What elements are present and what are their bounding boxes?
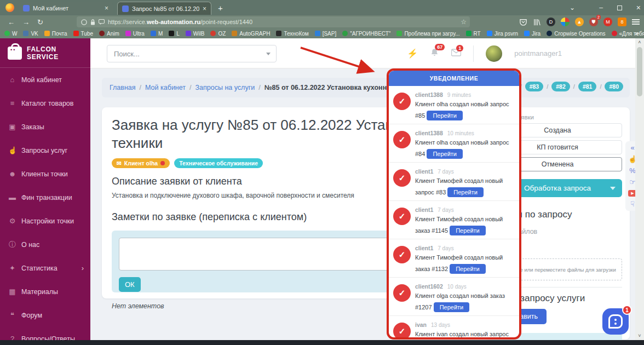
- bookmark[interactable]: VK: [23, 31, 38, 37]
- go-to-button[interactable]: Перейти: [447, 187, 484, 197]
- sidebar-item-forum[interactable]: ❝Форум: [0, 303, 90, 327]
- sidebar-item-about[interactable]: ⓘО нас: [0, 233, 90, 256]
- bookmark[interactable]: M: [151, 31, 163, 37]
- bookmark[interactable]: Почта: [44, 31, 67, 37]
- bookmark-star-icon[interactable]: ☆: [461, 18, 467, 26]
- new-tab-button[interactable]: +: [218, 3, 223, 13]
- search-dropdown-caret-icon[interactable]: [266, 53, 271, 55]
- bookmark[interactable]: L: [169, 31, 180, 37]
- ok-social-icon[interactable]: 8: [618, 18, 626, 26]
- extension-colors-icon[interactable]: [561, 18, 570, 26]
- notification-item[interactable]: ✓ ivan13 days Клиент ivan создал новый з…: [389, 316, 519, 337]
- permissions-icon[interactable]: [99, 19, 105, 25]
- bookmark[interactable]: Ultra: [125, 31, 145, 37]
- chat-widget-button[interactable]: 1: [602, 308, 629, 335]
- sidebar-item-statistics[interactable]: ✦Статистика›: [0, 256, 90, 280]
- bookmark[interactable]: W: [4, 31, 17, 37]
- global-search[interactable]: [107, 45, 277, 62]
- sidebar-item-service-requests[interactable]: ☝Запросы услуг: [0, 139, 90, 162]
- notification-item[interactable]: ✓ client138810 minutes Клиент olha созда…: [389, 124, 519, 163]
- notification-item[interactable]: ✓ client17 days Клиент Тимофей создал но…: [389, 239, 519, 278]
- bookmark[interactable]: OZ: [210, 31, 226, 37]
- hand-down-icon[interactable]: ☟: [630, 200, 635, 208]
- service-type-badge[interactable]: Техническое обслуживание: [174, 158, 263, 168]
- browser-tab-1[interactable]: Мой кабинет ×: [19, 2, 113, 15]
- notification-item[interactable]: ✓ client17 days Клиент Тимофей создал но…: [389, 201, 519, 239]
- notification-item[interactable]: ✓ client13889 minutes Клиент olha создал…: [389, 86, 519, 124]
- breadcrumb-link-requests[interactable]: Запросы на услуги: [196, 84, 255, 91]
- bookmarks-overflow-chevron[interactable]: »: [635, 30, 639, 37]
- go-to-button[interactable]: Перейти: [434, 302, 470, 312]
- tab-close-icon[interactable]: ×: [105, 4, 108, 12]
- notifications-bell-button[interactable]: 67: [430, 48, 439, 59]
- forward-button[interactable]: →: [22, 18, 30, 26]
- user-avatar[interactable]: [486, 45, 502, 62]
- bookmark[interactable]: ТехноКом: [276, 31, 308, 37]
- extension-d-icon[interactable]: D: [547, 18, 555, 26]
- ok-button[interactable]: ОК: [119, 277, 141, 292]
- bookmark[interactable]: Jira psvrn: [487, 31, 518, 37]
- client-badge[interactable]: Клиент olha: [112, 158, 170, 168]
- bookmark[interactable]: WilB: [186, 31, 205, 37]
- bookmark[interactable]: Jira: [524, 31, 540, 37]
- brand-logo[interactable]: FALCON SERVICE: [0, 38, 90, 68]
- scrollbar-thumb[interactable]: [637, 47, 642, 96]
- sidebar-item-my-cabinet[interactable]: ⌂Мой кабинет: [0, 68, 90, 91]
- go-to-button[interactable]: Перейти: [427, 111, 463, 120]
- bookmark[interactable]: AutoGRAPH: [232, 31, 270, 37]
- bookmark[interactable]: «Для тебя, Бессмерт...: [612, 31, 644, 37]
- reload-button[interactable]: ↻: [37, 18, 43, 26]
- go-to-button[interactable]: Перейти: [427, 149, 463, 159]
- library-icon[interactable]: [533, 18, 541, 26]
- lightning-icon[interactable]: ⚡: [407, 48, 418, 59]
- mail-extension-icon[interactable]: M: [603, 18, 612, 26]
- collapse-icon[interactable]: «: [630, 144, 634, 152]
- notification-item[interactable]: ✓ client160210 days Клиент olga создал н…: [389, 278, 519, 316]
- breadcrumb-link-cabinet[interactable]: Мой кабинет: [145, 84, 186, 91]
- list-tabs-chevron-icon[interactable]: ⌄: [570, 4, 575, 12]
- bookmark[interactable]: [SAP]: [315, 31, 337, 37]
- back-button[interactable]: ←: [8, 18, 15, 26]
- go-to-button[interactable]: Перейти: [450, 226, 486, 235]
- restore-button[interactable]: [617, 5, 622, 10]
- url-bar[interactable]: https://service.web-automation.ru/point-…: [77, 16, 470, 27]
- messages-button[interactable]: 1: [451, 49, 461, 59]
- tag-83[interactable]: #83: [525, 82, 544, 91]
- extension-flame-icon[interactable]: ▲: [575, 18, 584, 26]
- bookmark[interactable]: Проблема при загру...: [396, 31, 459, 37]
- bookmark[interactable]: RT: [466, 31, 481, 37]
- sidebar-item-point-clients[interactable]: ☻Клиенты точки: [0, 162, 90, 186]
- sidebar-item-orders[interactable]: ▣Заказы: [0, 115, 90, 139]
- sidebar-item-catalog[interactable]: ≡Каталог товаров: [0, 91, 90, 115]
- tag-80[interactable]: #80: [605, 82, 623, 91]
- tracking-shield-icon[interactable]: [81, 19, 87, 25]
- notification-item[interactable]: ✓ client17 days Клиент Тимофей создал но…: [389, 163, 519, 201]
- tag-82[interactable]: #82: [551, 82, 570, 91]
- gears-icon: ⚙: [8, 217, 16, 225]
- sidebar-item-point-settings[interactable]: ⚙Настройки точки: [0, 209, 90, 233]
- bookmark[interactable]: "АГРОИНВЕСТ": [342, 31, 390, 37]
- search-input[interactable]: [107, 50, 266, 58]
- firefox-icon[interactable]: [5, 3, 14, 12]
- bookmark[interactable]: Cropwise Operations: [547, 31, 605, 37]
- go-to-button[interactable]: Перейти: [450, 264, 486, 274]
- hamburger-menu-icon[interactable]: [632, 19, 640, 25]
- notification-time: 7 days: [438, 169, 453, 175]
- scroll-down-icon[interactable]: ˅: [635, 332, 644, 340]
- scroll-up-icon[interactable]: ˄: [635, 38, 644, 46]
- tag-81[interactable]: #81: [578, 82, 597, 91]
- page-scrollbar[interactable]: ˄ ˅: [635, 38, 644, 341]
- close-window-button[interactable]: ×: [636, 3, 641, 12]
- lock-icon[interactable]: [90, 19, 95, 25]
- bookmark[interactable]: Tube: [73, 31, 93, 37]
- sidebar-item-fin-transactions[interactable]: ▬Фин транзакции: [0, 186, 90, 209]
- pocket-icon[interactable]: [519, 18, 527, 26]
- username[interactable]: pointmanager1: [514, 49, 562, 58]
- bookmark[interactable]: Anim: [99, 31, 119, 37]
- sidebar-item-materials[interactable]: ▦Материалы: [0, 280, 90, 303]
- tab-close-icon[interactable]: ×: [203, 5, 206, 13]
- adblock-shield-icon[interactable]: ⛊2: [589, 18, 598, 26]
- browser-tab-2-active[interactable]: Запрос №85 от 06.12.2022 Уст ×: [117, 2, 211, 15]
- minimize-button[interactable]: –: [599, 4, 603, 12]
- breadcrumb-link-home[interactable]: Главная: [110, 84, 136, 91]
